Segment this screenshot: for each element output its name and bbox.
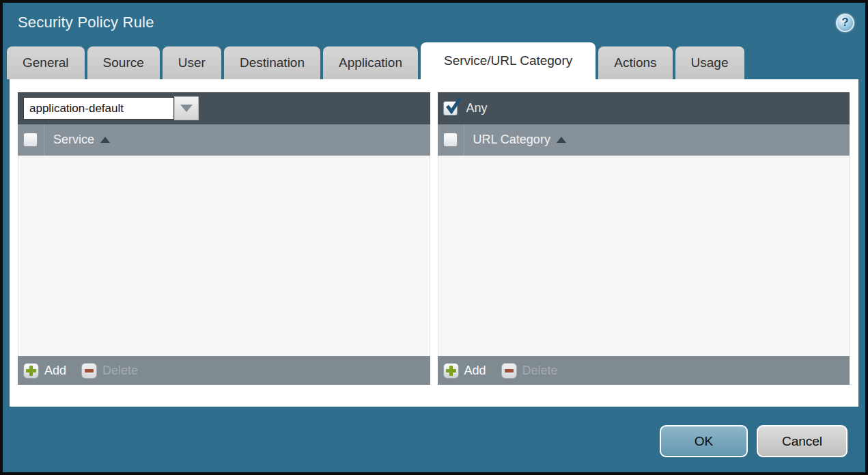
tab-service-url-category[interactable]: Service/URL Category — [421, 42, 596, 79]
tab-source[interactable]: Source — [87, 46, 160, 79]
dialog-button-row: OK Cancel — [3, 407, 865, 457]
any-checkbox[interactable] — [443, 101, 458, 116]
tab-actions[interactable]: Actions — [598, 46, 672, 79]
service-type-dropdown-button[interactable] — [174, 96, 199, 120]
column-divider — [44, 124, 44, 155]
service-panel-header-bar — [18, 92, 430, 124]
column-divider — [464, 124, 464, 155]
url-category-column-label[interactable]: URL Category — [473, 133, 550, 147]
minus-icon — [81, 363, 97, 379]
service-list[interactable] — [18, 156, 430, 356]
sort-ascending-icon[interactable] — [557, 137, 566, 143]
url-category-panel: Any URL Category Add Delete — [438, 92, 850, 385]
tab-general[interactable]: General — [7, 46, 85, 79]
delete-service-button[interactable]: Delete — [81, 363, 138, 379]
service-type-combo — [23, 96, 199, 120]
sort-ascending-icon[interactable] — [100, 137, 110, 143]
service-column-header: Service — [18, 124, 430, 156]
plus-icon — [443, 363, 459, 379]
checkmark-icon — [444, 96, 462, 115]
cancel-button[interactable]: Cancel — [757, 425, 848, 457]
service-type-input[interactable] — [23, 97, 174, 120]
tab-destination[interactable]: Destination — [224, 46, 320, 79]
service-panel: Service Add Delete — [18, 92, 430, 385]
url-category-panel-header-bar: Any — [438, 92, 850, 124]
delete-url-category-button[interactable]: Delete — [501, 363, 558, 379]
title-bar: Security Policy Rule ? — [3, 3, 865, 42]
chevron-down-icon — [180, 105, 193, 112]
tab-usage[interactable]: Usage — [675, 46, 744, 79]
add-service-button[interactable]: Add — [23, 363, 66, 379]
any-label: Any — [466, 101, 488, 116]
tab-content: Service Add Delete — [10, 79, 858, 407]
select-all-url-categories-checkbox[interactable] — [443, 133, 458, 147]
security-policy-rule-dialog: Security Policy Rule ? General Source Us… — [0, 0, 868, 475]
dialog-title: Security Policy Rule — [18, 14, 836, 31]
url-category-column-header: URL Category — [438, 124, 850, 156]
ok-button[interactable]: OK — [660, 425, 748, 457]
plus-icon — [23, 363, 39, 379]
minus-icon — [501, 363, 517, 379]
add-url-category-button[interactable]: Add — [443, 363, 486, 379]
tab-bar: General Source User Destination Applicat… — [3, 42, 865, 79]
tab-user[interactable]: User — [163, 46, 221, 79]
tab-application[interactable]: Application — [323, 46, 418, 79]
select-all-services-checkbox[interactable] — [23, 133, 38, 147]
service-panel-footer: Add Delete — [18, 356, 430, 385]
service-column-label[interactable]: Service — [53, 133, 94, 147]
help-icon[interactable]: ? — [836, 14, 854, 32]
url-category-panel-footer: Add Delete — [438, 356, 850, 385]
url-category-list[interactable] — [438, 156, 850, 356]
